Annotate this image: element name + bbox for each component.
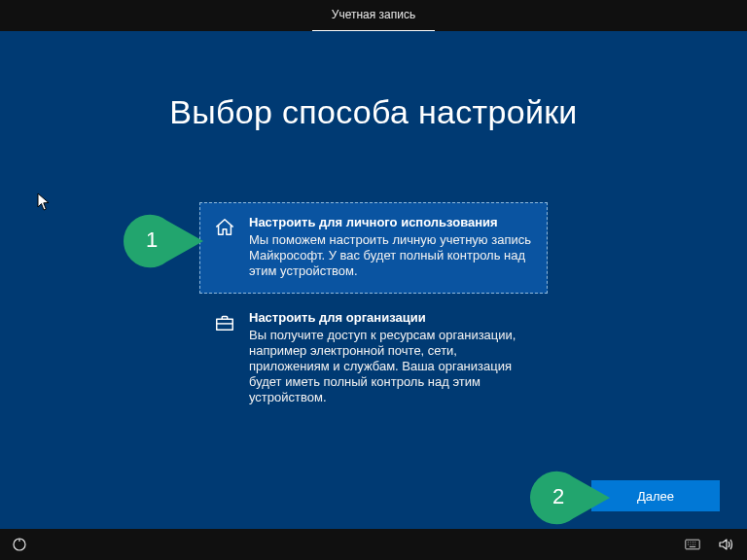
option-personal-desc: Мы поможем настроить личную учетную запи… bbox=[249, 232, 533, 279]
option-organization-title: Настроить для организации bbox=[249, 310, 533, 326]
option-personal[interactable]: Настроить для личного использования Мы п… bbox=[199, 202, 548, 294]
svg-rect-0 bbox=[217, 319, 233, 330]
option-organization-desc: Вы получите доступ к ресурсам организаци… bbox=[249, 328, 533, 405]
tab-account: Учетная запись bbox=[312, 0, 435, 32]
volume-icon[interactable] bbox=[718, 537, 733, 552]
next-button[interactable]: Далее bbox=[591, 480, 720, 511]
ease-of-access-icon[interactable] bbox=[12, 537, 27, 552]
option-personal-title: Настроить для личного использования bbox=[249, 215, 533, 230]
bottom-bar bbox=[0, 529, 747, 560]
option-organization[interactable]: Настроить для организации Вы получите до… bbox=[199, 298, 548, 420]
home-icon bbox=[214, 215, 239, 279]
content-area: Выбор способа настройки Настроить для ли… bbox=[0, 31, 747, 529]
briefcase-icon bbox=[214, 310, 239, 405]
page-title: Выбор способа настройки bbox=[0, 31, 747, 131]
options-container: Настроить для личного использования Мы п… bbox=[199, 202, 548, 424]
keyboard-icon[interactable] bbox=[685, 537, 700, 552]
top-bar: Учетная запись bbox=[0, 0, 747, 31]
